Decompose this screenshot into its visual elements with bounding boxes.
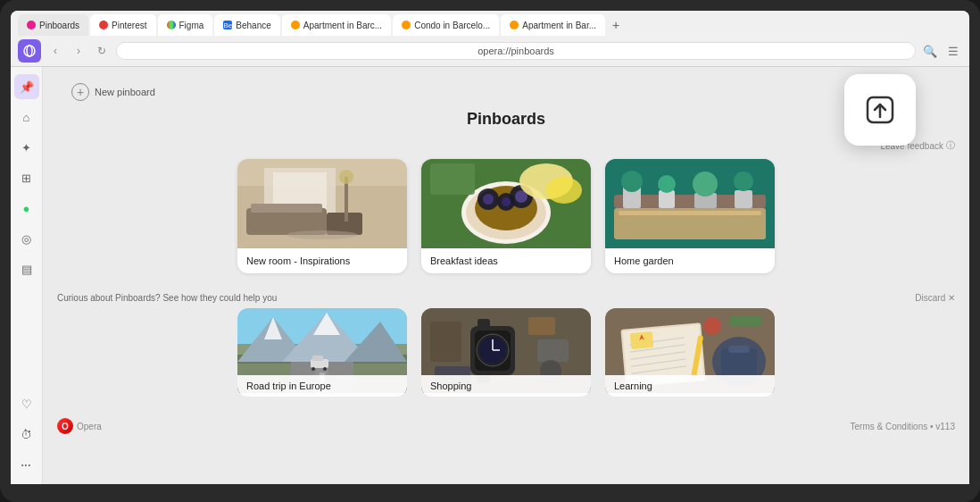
svg-point-21 — [483, 194, 494, 205]
svg-point-56 — [311, 367, 315, 371]
suggestion-grid: Road trip in Europe — [43, 308, 969, 411]
sidebar-item-vpn[interactable]: ◎ — [14, 226, 39, 251]
back-button[interactable]: ‹ — [46, 42, 64, 60]
tab-apt1[interactable]: Apartment in Barc... — [282, 14, 391, 36]
pinboard-card-room[interactable]: New room - Inspirations — [237, 159, 407, 273]
terms-label: Terms & Conditions • v113 — [851, 422, 955, 431]
tab-favicon-condo — [402, 21, 411, 29]
tab-label-behance: Behance — [236, 21, 270, 30]
svg-rect-89 — [703, 317, 721, 335]
svg-rect-36 — [735, 190, 752, 208]
room-svg — [237, 159, 407, 248]
svg-rect-68 — [528, 317, 555, 335]
tab-favicon-apt2 — [510, 21, 519, 29]
share-icon-large — [864, 94, 896, 126]
svg-rect-88 — [728, 346, 750, 353]
room-image — [237, 159, 407, 248]
svg-rect-82 — [630, 331, 653, 349]
browser-tabs: Pinboards Pinterest Figma Be Behance Apa… — [11, 11, 969, 36]
pinboard-card-garden[interactable]: Home garden — [605, 159, 775, 273]
sidebar-item-pinboard[interactable]: 📌 — [14, 74, 39, 99]
tab-favicon-apt1 — [291, 21, 300, 29]
pinboard-grid: New room - Inspirations — [43, 159, 969, 288]
sidebar-item-gallery[interactable]: ⊞ — [14, 165, 39, 190]
tab-condo[interactable]: Condo in Barcelo... — [393, 14, 499, 36]
svg-point-11 — [287, 230, 358, 239]
pinboard-card-img-room — [237, 159, 407, 248]
browser-chrome: Pinboards Pinterest Figma Be Behance Apa… — [11, 11, 969, 67]
menu-icon[interactable]: ☰ — [944, 42, 962, 60]
tab-apt2[interactable]: Apartment in Bar... — [501, 14, 605, 36]
feedback-icon: ⓘ — [946, 139, 955, 152]
suggestion-card-shopping[interactable]: Shopping — [421, 308, 591, 397]
suggestion-card-label-learning: Learning — [605, 375, 775, 397]
forward-button[interactable]: › — [70, 42, 87, 60]
svg-rect-71 — [430, 322, 461, 362]
svg-point-35 — [693, 172, 718, 197]
notice-bar: Curious about Pinboards? See how they co… — [43, 288, 969, 308]
suggestion-card-label-roadtrip: Road trip in Europe — [237, 375, 407, 397]
tab-label-condo: Condo in Barcelo... — [414, 21, 490, 30]
svg-point-0 — [24, 46, 35, 56]
pinboard-card-img-breakfast — [421, 159, 591, 248]
svg-point-31 — [621, 171, 643, 192]
search-icon[interactable]: 🔍 — [921, 42, 939, 60]
tab-behance[interactable]: Be Behance — [214, 14, 279, 36]
svg-point-33 — [658, 175, 676, 193]
tab-figma[interactable]: Figma — [158, 14, 213, 36]
refresh-button[interactable]: ↻ — [93, 42, 111, 60]
tab-favicon-behance: Be — [223, 21, 232, 29]
sidebar-bottom: ♡ ⏱ ••• — [14, 391, 39, 477]
svg-rect-9 — [251, 204, 322, 213]
svg-point-37 — [734, 172, 753, 191]
svg-rect-55 — [312, 356, 323, 361]
sidebar-item-more[interactable]: ••• — [14, 452, 39, 477]
new-tab-button[interactable]: + — [607, 16, 625, 34]
opera-logo: O Opera — [57, 418, 102, 434]
sidebar-item-home[interactable]: ⌂ — [14, 105, 39, 130]
breakfast-svg — [421, 159, 591, 248]
laptop-outer: Pinboards Pinterest Figma Be Behance Apa… — [0, 0, 980, 502]
pinboard-card-breakfast[interactable]: Breakfast ideas — [421, 159, 591, 273]
tab-label-pinboards: Pinboards — [39, 21, 79, 30]
sidebar-item-ai[interactable]: ✦ — [14, 135, 39, 160]
tab-label-apt2: Apartment in Bar... — [522, 21, 596, 30]
browser-body: 📌 ⌂ ✦ ⊞ ● ◎ ▤ ♡ ⏱ ••• — [11, 67, 969, 484]
opera-icon — [23, 45, 36, 57]
address-bar[interactable]: opera://pinboards — [116, 42, 916, 60]
garden-svg — [605, 159, 775, 248]
pinboard-card-label-breakfast: Breakfast ideas — [421, 248, 591, 273]
tab-favicon-figma — [167, 21, 176, 29]
tab-pinboards[interactable]: Pinboards — [18, 14, 88, 36]
svg-rect-69 — [537, 339, 569, 362]
svg-point-22 — [502, 197, 511, 206]
tab-pinterest[interactable]: Pinterest — [90, 14, 155, 36]
svg-rect-39 — [619, 211, 761, 215]
tab-favicon-pinterest — [99, 21, 108, 29]
new-pinboard-label: New pinboard — [95, 87, 155, 97]
svg-point-26 — [546, 177, 582, 204]
opera-label: Opera — [77, 422, 102, 431]
new-pinboard-plus-icon: + — [71, 83, 89, 101]
discard-button[interactable]: Discard ✕ — [915, 293, 955, 303]
laptop-screen: Pinboards Pinterest Figma Be Behance Apa… — [11, 11, 969, 484]
tab-favicon-pinboards — [27, 21, 36, 29]
svg-rect-90 — [730, 315, 761, 326]
opera-sidebar-toggle[interactable] — [18, 39, 41, 63]
new-pinboard-area[interactable]: + New pinboard — [57, 74, 170, 110]
suggestion-card-learning[interactable]: Learning — [605, 308, 775, 397]
tab-label-apt1: Apartment in Barc... — [303, 21, 382, 30]
sidebar-item-heart[interactable]: ♡ — [14, 391, 39, 416]
sidebar-item-history[interactable]: ⏱ — [14, 422, 39, 447]
left-sidebar: 📌 ⌂ ✦ ⊞ ● ◎ ▤ ♡ ⏱ ••• — [11, 67, 43, 484]
notice-text: Curious about Pinboards? See how they co… — [57, 293, 277, 303]
tab-label-figma: Figma — [179, 21, 204, 30]
tab-label-pinterest: Pinterest — [112, 21, 146, 30]
svg-point-57 — [323, 367, 327, 371]
main-content: + New pinboard Pinboards Leave feedback … — [43, 67, 969, 484]
svg-rect-24 — [430, 163, 475, 195]
sidebar-item-whatsapp[interactable]: ● — [14, 196, 39, 221]
sidebar-item-msg[interactable]: ▤ — [14, 256, 39, 281]
pinboard-card-label-garden: Home garden — [605, 248, 775, 273]
suggestion-card-roadtrip[interactable]: Road trip in Europe — [237, 308, 407, 397]
